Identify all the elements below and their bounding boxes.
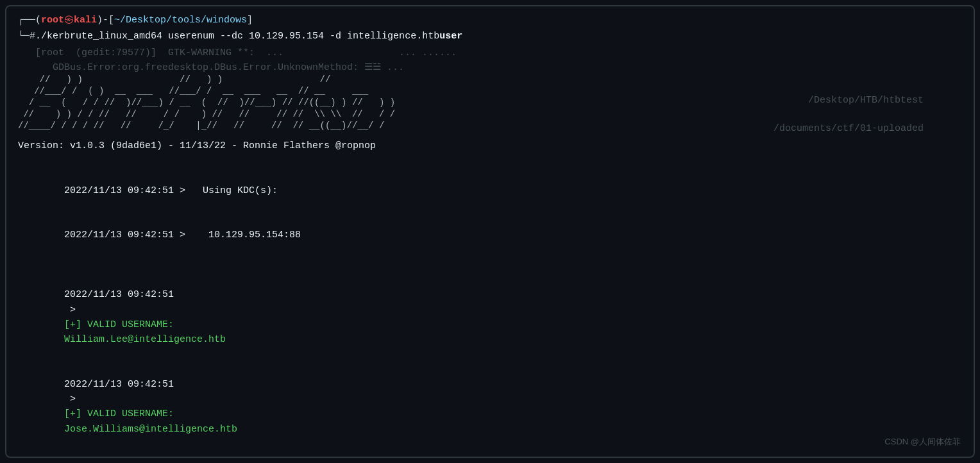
log-msg-1: Using KDC(s): [203, 185, 278, 196]
result-arrow-1: > [64, 305, 81, 316]
faded-path-1: /Desktop/HTB/htbtest [18, 93, 924, 108]
faded-path-2: /documents/ctf/01-uploaded [18, 121, 924, 136]
result-ts-1: 2022/11/13 09:42:51 [64, 289, 174, 300]
faded-lines: [root (gedit:79577)] GTK-WARNING **: ...… [18, 46, 962, 74]
watermark: CSDN @人间体佐菲 [884, 436, 961, 448]
bracket-close: )-[ [97, 13, 114, 28]
empty-line-1 [18, 153, 962, 168]
terminal-content: ┌──(root㉿kali)-[~/Desktop/tools/windows]… [6, 6, 974, 458]
bracket-open: ┌──( [18, 13, 41, 28]
hash-symbol: # [30, 29, 35, 44]
host-name: kali [74, 13, 97, 28]
ascii-line-1: // ) ) // ) ) // [18, 74, 962, 85]
bracket-end: ] [247, 13, 253, 28]
valid-user-1: 2022/11/13 09:42:51 > [+] VALID USERNAME… [18, 273, 962, 362]
top-command-hash-line: └─# ./kerbrute_linux_amd64 userenum --dc… [18, 29, 962, 44]
result-tag-2: [+] VALID USERNAME: [64, 408, 208, 419]
path: ~/Desktop/tools/windows [114, 13, 247, 28]
valid-user-2: 2022/11/13 09:42:51 > [+] VALID USERNAME… [18, 362, 962, 452]
command-text: ./kerbrute_linux_amd64 userenum --dc 10.… [35, 29, 439, 44]
faded-line-1: [root (gedit:79577)] GTK-WARNING **: ...… [18, 46, 962, 60]
faded-line-2: GDBus.Error:org.freedesktop.DBus.Error.U… [18, 60, 962, 74]
command-highlight: user [439, 29, 462, 44]
log-kdc-header: 2022/11/13 09:42:51 > Using KDC(s): [18, 168, 962, 213]
log-ts-2: 2022/11/13 09:42:51 [64, 230, 174, 240]
log-kdc-ip: 2022/11/13 09:42:51 > 10.129.95.154:88 [18, 213, 962, 258]
empty-line-2 [18, 258, 962, 273]
faded-paths: /Desktop/HTB/htbtest /documents/ctf/01-u… [18, 93, 962, 136]
result-arrow-2: > [64, 394, 81, 405]
terminal-window: ┌──(root㉿kali)-[~/Desktop/tools/windows]… [5, 5, 975, 458]
log-msg-2: 10.129.95.154:88 [208, 230, 301, 240]
version-line: Version: v1.0.3 (9dad6e1) - 11/13/22 - R… [18, 139, 962, 153]
root-user: root [41, 13, 64, 28]
log-arrow-2: > [174, 230, 208, 240]
result-tag-1: [+] VALID USERNAME: [64, 319, 208, 330]
corner-char: └─ [18, 29, 30, 44]
log-ts-1: 2022/11/13 09:42:51 [64, 185, 174, 196]
done-line: 2022/11/13 09:42:51 > Done! Tested 2 use… [18, 451, 962, 458]
result-username-1: William.Lee@intelligence.htb [64, 334, 226, 345]
result-ts-2: 2022/11/13 09:42:51 [64, 379, 174, 390]
terminal: ┌──(root㉿kali)-[~/Desktop/tools/windows]… [0, 0, 980, 463]
at-symbol: ㉿ [64, 13, 74, 28]
top-command-line: ┌──(root㉿kali)-[~/Desktop/tools/windows] [18, 13, 962, 28]
result-username-2: Jose.Williams@intelligence.htb [64, 424, 237, 435]
log-arrow-1: > [174, 185, 203, 196]
